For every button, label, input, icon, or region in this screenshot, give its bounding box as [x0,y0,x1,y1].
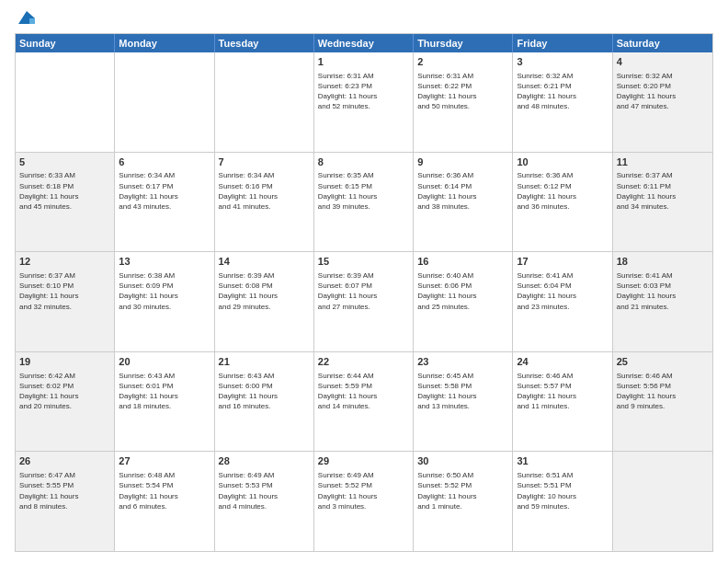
cell-info: Sunrise: 6:40 AM Sunset: 6:06 PM Dayligh… [417,270,508,312]
day-number: 16 [417,255,508,269]
day-number: 6 [119,155,210,169]
cal-cell-3-0: 19Sunrise: 6:42 AM Sunset: 6:02 PM Dayli… [16,352,115,452]
day-number: 25 [617,355,709,369]
page: SundayMondayTuesdayWednesdayThursdayFrid… [0,0,728,563]
weekday-header-thursday: Thursday [414,34,513,52]
cal-cell-1-6: 11Sunrise: 6:37 AM Sunset: 6:11 PM Dayli… [613,153,712,252]
cal-cell-0-6: 4Sunrise: 6:32 AM Sunset: 6:20 PM Daylig… [613,52,712,152]
day-number: 15 [318,255,409,269]
cal-cell-4-6 [613,452,712,551]
day-number: 22 [318,355,409,369]
cell-info: Sunrise: 6:39 AM Sunset: 6:07 PM Dayligh… [318,270,409,312]
weekday-header-wednesday: Wednesday [314,34,414,52]
cell-info: Sunrise: 6:34 AM Sunset: 6:16 PM Dayligh… [219,170,310,212]
cell-info: Sunrise: 6:47 AM Sunset: 5:55 PM Dayligh… [19,470,110,511]
cal-cell-3-3: 22Sunrise: 6:44 AM Sunset: 5:59 PM Dayli… [314,352,414,452]
cell-info: Sunrise: 6:35 AM Sunset: 6:15 PM Dayligh… [318,170,409,212]
day-number: 5 [19,155,110,169]
cal-cell-2-1: 13Sunrise: 6:38 AM Sunset: 6:09 PM Dayli… [115,252,214,351]
calendar-row-2: 12Sunrise: 6:37 AM Sunset: 6:10 PM Dayli… [16,251,712,351]
cell-info: Sunrise: 6:44 AM Sunset: 5:59 PM Dayligh… [318,371,409,412]
cal-cell-2-3: 15Sunrise: 6:39 AM Sunset: 6:07 PM Dayli… [314,252,414,351]
cell-info: Sunrise: 6:31 AM Sunset: 6:23 PM Dayligh… [318,71,409,112]
weekday-header-monday: Monday [115,34,214,52]
cal-cell-3-6: 25Sunrise: 6:46 AM Sunset: 5:56 PM Dayli… [613,352,712,452]
cal-cell-0-5: 3Sunrise: 6:32 AM Sunset: 6:21 PM Daylig… [513,52,612,152]
header [15,11,713,26]
day-number: 18 [617,255,709,269]
cell-info: Sunrise: 6:36 AM Sunset: 6:14 PM Dayligh… [417,170,508,212]
cal-cell-4-5: 31Sunrise: 6:51 AM Sunset: 5:51 PM Dayli… [513,452,612,551]
cell-info: Sunrise: 6:37 AM Sunset: 6:11 PM Dayligh… [617,170,709,212]
cal-cell-3-4: 23Sunrise: 6:45 AM Sunset: 5:58 PM Dayli… [414,352,513,452]
weekday-header-friday: Friday [513,34,612,52]
day-number: 17 [517,255,608,269]
cal-cell-4-0: 26Sunrise: 6:47 AM Sunset: 5:55 PM Dayli… [16,452,115,551]
cell-info: Sunrise: 6:39 AM Sunset: 6:08 PM Dayligh… [219,270,310,312]
day-number: 26 [19,454,110,468]
cal-cell-4-4: 30Sunrise: 6:50 AM Sunset: 5:52 PM Dayli… [414,452,513,551]
cal-cell-1-1: 6Sunrise: 6:34 AM Sunset: 6:17 PM Daylig… [115,153,214,252]
calendar-row-4: 26Sunrise: 6:47 AM Sunset: 5:55 PM Dayli… [16,451,712,551]
day-number: 13 [119,255,210,269]
cal-cell-2-2: 14Sunrise: 6:39 AM Sunset: 6:08 PM Dayli… [215,252,314,351]
cal-cell-2-5: 17Sunrise: 6:41 AM Sunset: 6:04 PM Dayli… [513,252,612,351]
calendar-body: 1Sunrise: 6:31 AM Sunset: 6:23 PM Daylig… [16,52,712,551]
calendar-row-0: 1Sunrise: 6:31 AM Sunset: 6:23 PM Daylig… [16,52,712,152]
cal-cell-2-0: 12Sunrise: 6:37 AM Sunset: 6:10 PM Dayli… [16,252,115,351]
calendar-row-1: 5Sunrise: 6:33 AM Sunset: 6:18 PM Daylig… [16,152,712,252]
cal-cell-1-0: 5Sunrise: 6:33 AM Sunset: 6:18 PM Daylig… [16,153,115,252]
cal-cell-1-5: 10Sunrise: 6:36 AM Sunset: 6:12 PM Dayli… [513,153,612,252]
weekday-header-tuesday: Tuesday [215,34,314,52]
day-number: 23 [417,355,508,369]
cal-cell-0-2 [215,52,314,152]
day-number: 30 [417,454,508,468]
cell-info: Sunrise: 6:41 AM Sunset: 6:04 PM Dayligh… [517,270,608,312]
cell-info: Sunrise: 6:34 AM Sunset: 6:17 PM Dayligh… [119,170,210,212]
cal-cell-4-3: 29Sunrise: 6:49 AM Sunset: 5:52 PM Dayli… [314,452,414,551]
cal-cell-0-4: 2Sunrise: 6:31 AM Sunset: 6:22 PM Daylig… [414,52,513,152]
cell-info: Sunrise: 6:49 AM Sunset: 5:52 PM Dayligh… [318,470,409,511]
cell-info: Sunrise: 6:43 AM Sunset: 6:00 PM Dayligh… [219,371,310,412]
cal-cell-1-2: 7Sunrise: 6:34 AM Sunset: 6:16 PM Daylig… [215,153,314,252]
day-number: 21 [219,355,310,369]
day-number: 2 [417,55,508,69]
day-number: 12 [19,255,110,269]
weekday-header-sunday: Sunday [16,34,115,52]
cell-info: Sunrise: 6:36 AM Sunset: 6:12 PM Dayligh… [517,170,608,212]
day-number: 28 [219,454,310,468]
cell-info: Sunrise: 6:37 AM Sunset: 6:10 PM Dayligh… [19,270,110,312]
cell-info: Sunrise: 6:50 AM Sunset: 5:52 PM Dayligh… [417,470,508,511]
day-number: 19 [19,355,110,369]
svg-marker-1 [29,18,35,24]
calendar-row-3: 19Sunrise: 6:42 AM Sunset: 6:02 PM Dayli… [16,351,712,452]
cell-info: Sunrise: 6:49 AM Sunset: 5:53 PM Dayligh… [219,470,310,511]
cell-info: Sunrise: 6:48 AM Sunset: 5:54 PM Dayligh… [119,470,210,511]
cell-info: Sunrise: 6:41 AM Sunset: 6:03 PM Dayligh… [617,270,709,312]
day-number: 3 [517,55,608,69]
day-number: 1 [318,55,409,69]
cal-cell-3-2: 21Sunrise: 6:43 AM Sunset: 6:00 PM Dayli… [215,352,314,452]
cell-info: Sunrise: 6:43 AM Sunset: 6:01 PM Dayligh… [119,371,210,412]
day-number: 10 [517,155,608,169]
day-number: 20 [119,355,210,369]
weekday-header-saturday: Saturday [613,34,712,52]
cal-cell-0-3: 1Sunrise: 6:31 AM Sunset: 6:23 PM Daylig… [314,52,414,152]
cal-cell-0-1 [115,52,214,152]
day-number: 27 [119,454,210,468]
cell-info: Sunrise: 6:51 AM Sunset: 5:51 PM Dayligh… [517,470,608,511]
cell-info: Sunrise: 6:45 AM Sunset: 5:58 PM Dayligh… [417,371,508,412]
calendar-header: SundayMondayTuesdayWednesdayThursdayFrid… [16,34,712,52]
cell-info: Sunrise: 6:31 AM Sunset: 6:22 PM Dayligh… [417,71,508,112]
cal-cell-1-4: 9Sunrise: 6:36 AM Sunset: 6:14 PM Daylig… [414,153,513,252]
cell-info: Sunrise: 6:33 AM Sunset: 6:18 PM Dayligh… [19,170,110,212]
logo [15,11,37,26]
cal-cell-4-1: 27Sunrise: 6:48 AM Sunset: 5:54 PM Dayli… [115,452,214,551]
cal-cell-1-3: 8Sunrise: 6:35 AM Sunset: 6:15 PM Daylig… [314,153,414,252]
cal-cell-2-6: 18Sunrise: 6:41 AM Sunset: 6:03 PM Dayli… [613,252,712,351]
cell-info: Sunrise: 6:42 AM Sunset: 6:02 PM Dayligh… [19,371,110,412]
day-number: 31 [517,454,608,468]
day-number: 8 [318,155,409,169]
logo-icon [17,9,37,26]
cell-info: Sunrise: 6:32 AM Sunset: 6:21 PM Dayligh… [517,71,608,112]
